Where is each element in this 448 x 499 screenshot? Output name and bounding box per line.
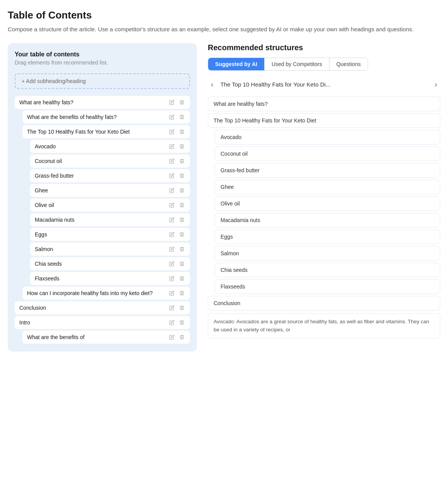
toc-delete-button[interactable] (178, 276, 185, 281)
rec-item: Avocado (215, 130, 440, 144)
page-subtitle: Compose a structure of the article. Use … (8, 25, 440, 34)
rec-list: What are healthy fats?The Top 10 Healthy… (208, 97, 440, 338)
toc-item: Macadamia nuts (30, 213, 190, 226)
toc-delete-button[interactable] (178, 305, 185, 311)
toc-item: How can I incorporate healthy fats into … (22, 287, 190, 300)
prev-nav-button[interactable]: ‹ (208, 78, 217, 90)
rec-item: Grass-fed butter (215, 163, 440, 178)
toc-item: The Top 10 Healthy Fats for Your Keto Di… (22, 125, 190, 138)
nav-row: ‹ The Top 10 Healthy Fats for Your Keto … (208, 78, 440, 90)
toc-delete-button[interactable] (178, 246, 185, 252)
toc-delete-button[interactable] (178, 320, 185, 325)
rec-item: Macadamia nuts (215, 213, 440, 227)
toc-edit-button[interactable] (168, 232, 175, 237)
page-title: Table of Contents (8, 9, 440, 21)
right-panel-title: Recommended structures (208, 43, 440, 52)
rec-item: Flaxseeds (215, 279, 440, 294)
toc-edit-button[interactable] (168, 144, 175, 149)
toc-item-label: Grass-fed butter (35, 173, 168, 179)
toc-item-label: Avocado (35, 143, 168, 149)
toc-edit-button[interactable] (168, 320, 175, 325)
toc-item-label: Ghee (35, 187, 168, 193)
toc-delete-button[interactable] (178, 202, 185, 208)
toc-item: Chia seeds (30, 257, 190, 270)
toc-item: Salmon (30, 243, 190, 256)
toc-item-label: Conclusion (19, 305, 168, 311)
left-panel-subtitle: Drag elements from recommended list. (15, 59, 190, 66)
tab-questions[interactable]: Questions (329, 58, 368, 70)
tab-competitors[interactable]: Used by Competitors (265, 58, 329, 70)
toc-item: Olive oil (30, 199, 190, 212)
rec-item: Avocado: Avocados are a great source of … (208, 313, 440, 338)
toc-item: What are the benefits of healthy fats? (22, 110, 190, 124)
toc-edit-button[interactable] (168, 246, 175, 252)
rec-item: Ghee (215, 180, 440, 194)
toc-edit-button[interactable] (168, 173, 175, 178)
toc-item: Avocado (30, 140, 190, 153)
toc-delete-button[interactable] (178, 188, 185, 193)
toc-edit-button[interactable] (168, 217, 175, 222)
toc-edit-button[interactable] (168, 188, 175, 193)
toc-item: Grass-fed butter (30, 169, 190, 182)
toc-edit-button[interactable] (168, 290, 175, 296)
toc-edit-button[interactable] (168, 158, 175, 164)
toc-delete-button[interactable] (178, 129, 185, 134)
toc-delete-button[interactable] (178, 173, 185, 178)
toc-delete-button[interactable] (178, 261, 185, 266)
toc-edit-button[interactable] (168, 261, 175, 266)
toc-item: Eggs (30, 228, 190, 241)
toc-edit-button[interactable] (168, 114, 175, 120)
toc-delete-button[interactable] (178, 290, 185, 296)
toc-item: What are the benefits of (22, 331, 190, 344)
toc-delete-button[interactable] (178, 158, 185, 164)
left-panel-title: Your table of contents (15, 51, 190, 58)
toc-item-label: What are the benefits of healthy fats? (27, 114, 168, 120)
toc-item-label: What are the benefits of (27, 334, 168, 340)
toc-item-label: Macadamia nuts (35, 217, 168, 223)
toc-item: What are healthy fats? (15, 96, 190, 109)
rec-item: Eggs (215, 229, 440, 244)
add-heading-button[interactable]: + Add subheading/heading (15, 73, 190, 89)
toc-item-label: Coconut oil (35, 158, 168, 164)
toc-edit-button[interactable] (168, 334, 175, 340)
toc-item: Flaxseeds (30, 272, 190, 285)
toc-delete-button[interactable] (178, 232, 185, 237)
rec-item: Chia seeds (215, 263, 440, 277)
toc-item: Conclusion (15, 301, 190, 314)
rec-right-panel: Recommended structures Suggested by AIUs… (208, 43, 440, 338)
rec-item: The Top 10 Healthy Fats for Your Keto Di… (208, 113, 440, 128)
rec-item: Olive oil (215, 196, 440, 211)
nav-title: The Top 10 Healthy Fats for Your Keto Di… (221, 81, 428, 88)
toc-item-label: The Top 10 Healthy Fats for Your Keto Di… (27, 129, 168, 135)
tab-ai[interactable]: Suggested by AI (208, 58, 265, 70)
toc-edit-button[interactable] (168, 129, 175, 134)
toc-left-panel: Your table of contents Drag elements fro… (8, 43, 197, 351)
rec-item: What are healthy fats? (208, 97, 440, 111)
rec-item: Coconut oil (215, 146, 440, 161)
toc-item-label: Eggs (35, 231, 168, 238)
toc-edit-button[interactable] (168, 100, 175, 105)
toc-list: What are healthy fats?What are the benef… (15, 96, 190, 344)
toc-delete-button[interactable] (178, 334, 185, 340)
toc-item-label: Olive oil (35, 202, 168, 208)
toc-delete-button[interactable] (178, 217, 185, 222)
toc-delete-button[interactable] (178, 114, 185, 120)
toc-item: Ghee (30, 184, 190, 197)
tab-bar: Suggested by AIUsed by CompetitorsQuesti… (208, 58, 368, 71)
toc-item-label: What are healthy fats? (19, 99, 168, 105)
toc-item-label: Salmon (35, 246, 168, 252)
toc-item: Coconut oil (30, 154, 190, 168)
toc-edit-button[interactable] (168, 305, 175, 311)
toc-delete-button[interactable] (178, 100, 185, 105)
toc-item-label: How can I incorporate healthy fats into … (27, 290, 168, 296)
toc-item-label: Chia seeds (35, 261, 168, 267)
rec-item: Conclusion (208, 296, 440, 311)
toc-delete-button[interactable] (178, 144, 185, 149)
next-nav-button[interactable]: › (431, 78, 440, 90)
toc-item: Intro (15, 316, 190, 329)
toc-edit-button[interactable] (168, 202, 175, 208)
rec-item: Salmon (215, 246, 440, 261)
toc-item-label: Flaxseeds (35, 275, 168, 282)
toc-item-label: Intro (19, 319, 168, 326)
toc-edit-button[interactable] (168, 276, 175, 281)
